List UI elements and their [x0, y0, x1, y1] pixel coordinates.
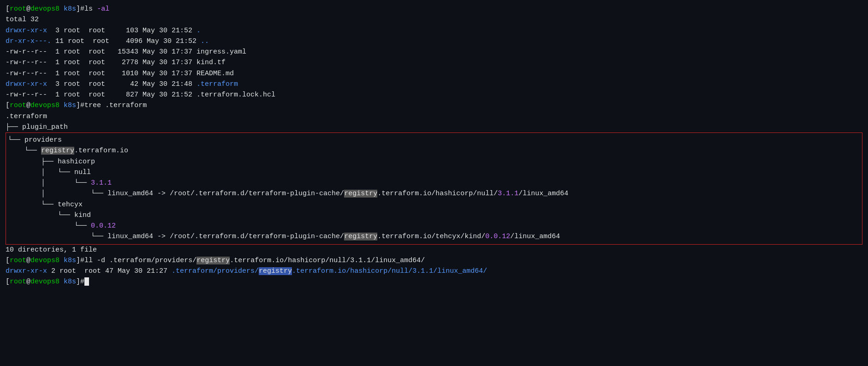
ls-entry-lock: -rw-r--r-- 1 root root 827 May 30 21:52 …	[6, 90, 862, 100]
tree-311: │ └── 3.1.1	[6, 178, 862, 188]
terminal: [root@devops8 k8s]#ls -al total 32 drwxr…	[6, 4, 862, 288]
cursor	[84, 277, 89, 286]
ls-entry-terraform: drwxr-xr-x 3 root root 42 May 30 21:48 .…	[6, 79, 862, 90]
tree-0012: └── 0.0.12	[6, 221, 862, 231]
line-final-prompt: [root@devops8 k8s]#	[6, 276, 862, 287]
line-tree-cmd: [root@devops8 k8s]#tree .terraform	[6, 100, 862, 111]
tree-linux-amd64-1: │ └── linux_amd64 -> /root/.terraform.d/…	[6, 188, 862, 199]
tree-root: .terraform	[6, 111, 862, 122]
line-1: [root@devops8 k8s]#ls -al	[6, 4, 862, 14]
prompt-host: devops8	[30, 5, 59, 13]
prompt-dir: k8s	[64, 5, 76, 13]
tree-providers: └── providers	[6, 135, 862, 145]
tree-tehcyx: └── tehcyx	[6, 199, 862, 210]
cmd-flag-al: -al	[97, 5, 109, 13]
line-count: 10 directories, 1 file	[6, 245, 862, 255]
ls-entry-kindtf: -rw-r--r-- 1 root root 2778 May 30 17:37…	[6, 57, 862, 68]
tree-linux-amd64-2: └── linux_amd64 -> /root/.terraform.d/te…	[6, 231, 862, 242]
tree-hashicorp: ├── hashicorp	[6, 156, 862, 167]
ls-entry-dotdot: dr-xr-x---. 11 root root 4096 May 30 21:…	[6, 36, 862, 47]
line-total: total 32	[6, 14, 862, 25]
tree-plugin-path: ├── plugin_path	[6, 122, 862, 132]
prompt-bracket: [	[6, 5, 10, 13]
line-ll-cmd: [root@devops8 k8s]#ll -d .terraform/prov…	[6, 255, 862, 266]
tree-kind: └── kind	[6, 210, 862, 221]
tree-box: └── providers └── registry.terraform.io …	[6, 132, 862, 245]
ll-result: drwxr-xr-x 2 root root 47 May 30 21:27 .…	[6, 266, 862, 276]
tree-null: │ └── null	[6, 167, 862, 178]
cmd-ls: ls	[84, 5, 97, 13]
tree-registry-io: └── registry.terraform.io	[6, 145, 862, 156]
ls-entry-dot: drwxr-xr-x 3 root root 103 May 30 21:52 …	[6, 25, 862, 36]
ls-entry-ingress: -rw-r--r-- 1 root root 15343 May 30 17:3…	[6, 47, 862, 57]
prompt-user: root	[10, 5, 26, 13]
ls-entry-readme: -rw-r--r-- 1 root root 1010 May 30 17:37…	[6, 68, 862, 79]
